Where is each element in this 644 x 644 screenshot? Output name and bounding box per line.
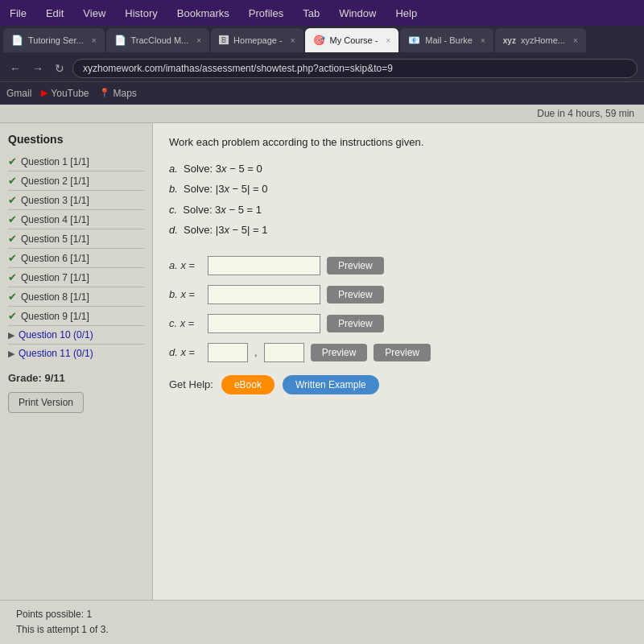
menu-edit[interactable]: Edit <box>43 6 67 21</box>
reload-button[interactable]: ↻ <box>52 60 68 76</box>
tab-close-homepage[interactable]: × <box>291 36 295 45</box>
tab-icon-mycourse: 🎯 <box>313 35 325 46</box>
main-layout: Questions ✔ Question 1 [1/1] ✔ Question … <box>0 123 644 600</box>
menu-bookmarks[interactable]: Bookmarks <box>174 6 233 21</box>
answer-input-a[interactable] <box>208 256 320 275</box>
sidebar-item-q2[interactable]: ✔ Question 2 [1/1] <box>8 173 144 188</box>
bookmark-gmail[interactable]: Gmail <box>6 88 31 99</box>
preview-btn-d2[interactable]: Preview <box>374 344 431 361</box>
menu-help[interactable]: Help <box>392 6 420 21</box>
problem-b: b. Solve: |3x − 5| = 0 <box>169 180 628 198</box>
sidebar-item-q5[interactable]: ✔ Question 5 [1/1] <box>8 231 144 246</box>
tab-mail[interactable]: 📧 Mail - Burke × <box>400 28 493 52</box>
tab-close-xyzhome[interactable]: × <box>573 36 578 45</box>
menu-profiles[interactable]: Profiles <box>246 6 287 21</box>
problem-d: d. Solve: |3x − 5| = 1 <box>169 221 628 239</box>
answer-label-d: d. x = <box>169 346 201 358</box>
address-input[interactable] <box>72 59 638 78</box>
bookmark-youtube[interactable]: ▶ YouTube <box>41 88 89 99</box>
answer-input-b[interactable] <box>208 285 320 304</box>
prob-d-text: Solve: |3x − 5| = 1 <box>184 224 267 236</box>
comma-separator: , <box>254 346 258 358</box>
get-help-label: Get Help: <box>169 378 213 390</box>
maps-icon: 📍 <box>99 88 110 98</box>
check-icon-q7: ✔ <box>8 271 17 283</box>
problem-c: c. Solve: 3x − 5 = 1 <box>169 200 628 219</box>
menu-window[interactable]: Window <box>336 6 379 21</box>
tab-mycourse[interactable]: 🎯 My Course - × <box>305 28 399 52</box>
answer-label-c: c. x = <box>169 317 201 329</box>
q1-label: Question 1 [1/1] <box>21 156 89 167</box>
check-icon-q3: ✔ <box>8 194 17 206</box>
q8-label: Question 8 [1/1] <box>21 291 89 303</box>
q2-label: Question 2 [1/1] <box>21 175 89 187</box>
sidebar-title: Questions <box>8 133 144 146</box>
tab-label-xyzhome: xyzHome... <box>521 35 565 45</box>
tab-icon-tutoring: 📄 <box>11 35 23 46</box>
sidebar-item-q10[interactable]: ▶ Question 10 (0/1) <box>8 328 144 342</box>
sidebar-item-q11[interactable]: ▶ Question 11 (0/1) <box>8 346 144 361</box>
back-button[interactable]: ← <box>6 60 24 76</box>
answer-label-a: a. x = <box>169 259 201 271</box>
sidebar-item-q1[interactable]: ✔ Question 1 [1/1] <box>8 154 144 169</box>
menu-history[interactable]: History <box>122 6 160 21</box>
get-help-section: Get Help: eBook Written Example <box>169 375 628 394</box>
menu-tab[interactable]: Tab <box>299 6 323 21</box>
tab-bar: 📄 Tutoring Ser... × 📄 TracCloud M... × 🅱… <box>0 26 644 55</box>
preview-btn-c[interactable]: Preview <box>327 315 384 332</box>
tab-tutoring[interactable]: 📄 Tutoring Ser... × <box>3 28 105 52</box>
preview-btn-d1[interactable]: Preview <box>311 344 368 361</box>
answer-input-d1[interactable] <box>208 343 248 362</box>
answer-row-b: b. x = Preview <box>169 285 628 304</box>
arrow-icon-q10: ▶ <box>8 330 14 341</box>
points-possible: Points possible: 1 <box>16 607 628 622</box>
prob-c-text: Solve: 3x − 5 = 1 <box>183 204 262 216</box>
bookmark-maps[interactable]: 📍 Maps <box>99 88 137 99</box>
tab-icon-homepage: 🅱 <box>219 35 229 46</box>
tab-close-tutoring[interactable]: × <box>92 36 97 45</box>
sidebar-item-q7[interactable]: ✔ Question 7 [1/1] <box>8 270 144 285</box>
sidebar-item-q6[interactable]: ✔ Question 6 [1/1] <box>8 250 144 266</box>
sidebar-item-q9[interactable]: ✔ Question 9 [1/1] <box>8 308 144 324</box>
menu-view[interactable]: View <box>80 6 109 21</box>
check-icon-q1: ✔ <box>8 155 17 167</box>
prob-c-letter: c. <box>169 204 177 216</box>
check-icon-q8: ✔ <box>8 291 17 303</box>
answer-input-c[interactable] <box>208 314 320 333</box>
sidebar: Questions ✔ Question 1 [1/1] ✔ Question … <box>0 123 153 600</box>
forward-button[interactable]: → <box>29 60 47 76</box>
answer-input-d2[interactable] <box>264 343 304 362</box>
q4-label: Question 4 [1/1] <box>21 214 89 225</box>
preview-btn-a[interactable]: Preview <box>327 257 384 275</box>
tab-close-mail[interactable]: × <box>481 36 485 45</box>
q5-label: Question 5 [1/1] <box>21 233 89 245</box>
q10-label: Question 10 (0/1) <box>19 329 93 341</box>
q3-label: Question 3 [1/1] <box>21 195 89 206</box>
ebook-button[interactable]: eBook <box>221 375 275 394</box>
q11-label: Question 11 (0/1) <box>19 348 93 359</box>
attempt-info: This is attempt 1 of 3. <box>16 622 628 638</box>
tab-xyzhome[interactable]: xyz xyzHome... × <box>495 28 586 52</box>
problem-list: a. Solve: 3x − 5 = 0 b. Solve: |3x − 5| … <box>169 159 628 240</box>
tab-homepage[interactable]: 🅱 Homepage - × <box>211 28 303 52</box>
sidebar-item-q8[interactable]: ✔ Question 8 [1/1] <box>8 289 144 304</box>
arrow-icon-q11: ▶ <box>8 349 14 359</box>
sidebar-item-q4[interactable]: ✔ Question 4 [1/1] <box>8 212 144 227</box>
preview-btn-b[interactable]: Preview <box>327 286 384 303</box>
tab-traccloud[interactable]: 📄 TracCloud M... × <box>106 28 210 52</box>
sidebar-item-q3[interactable]: ✔ Question 3 [1/1] <box>8 192 144 208</box>
print-button[interactable]: Print Version <box>8 392 84 413</box>
bottom-info: Points possible: 1 This is attempt 1 of … <box>0 600 644 644</box>
q6-label: Question 6 [1/1] <box>21 253 89 264</box>
menu-file[interactable]: File <box>6 6 30 21</box>
tab-label-tutoring: Tutoring Ser... <box>28 35 84 45</box>
prob-b-letter: b. <box>169 183 178 195</box>
tab-close-traccloud[interactable]: × <box>196 36 201 45</box>
bookmarks-bar: Gmail ▶ YouTube 📍 Maps <box>0 82 644 105</box>
check-icon-q9: ✔ <box>8 310 17 322</box>
q7-label: Question 7 [1/1] <box>21 272 89 283</box>
tab-icon-traccloud: 📄 <box>114 35 126 46</box>
answer-label-b: b. x = <box>169 288 201 300</box>
tab-close-mycourse[interactable]: × <box>386 36 390 45</box>
written-example-button[interactable]: Written Example <box>283 375 379 394</box>
